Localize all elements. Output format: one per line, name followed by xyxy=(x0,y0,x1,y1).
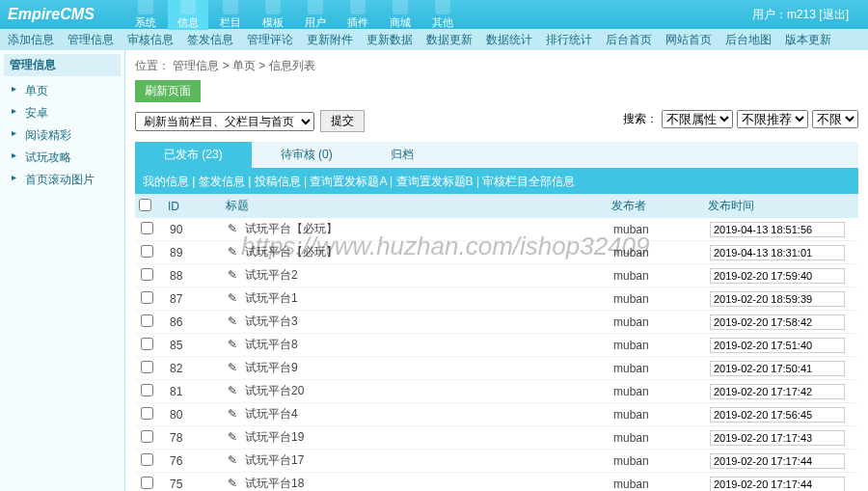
tab-pending[interactable]: 待审核 (0) xyxy=(252,142,362,168)
edit-icon[interactable] xyxy=(228,268,241,282)
tab-published[interactable]: 已发布 (23) xyxy=(135,142,252,168)
row-id: 78 xyxy=(164,426,222,450)
row-time-input[interactable] xyxy=(710,430,845,446)
row-time-input[interactable] xyxy=(710,361,845,376)
subnav-7[interactable]: 数据更新 xyxy=(426,32,473,48)
row-checkbox[interactable] xyxy=(141,407,153,420)
topnav-icon xyxy=(223,0,238,14)
row-checkbox[interactable] xyxy=(141,384,153,396)
topnav-3[interactable]: 模板 xyxy=(253,0,293,30)
subnav-11[interactable]: 网站首页 xyxy=(665,32,712,48)
sidebar-title: 管理信息 xyxy=(4,54,121,76)
row-checkbox[interactable] xyxy=(141,453,153,466)
col-author: 发布者 xyxy=(608,194,704,218)
topnav-1[interactable]: 信息 xyxy=(168,0,208,30)
search-rec-select[interactable]: 不限推荐 xyxy=(737,110,808,128)
linkbar-3[interactable]: 查询置发标题A xyxy=(310,175,386,188)
subnav-2[interactable]: 审核信息 xyxy=(127,32,174,48)
linkbar-0[interactable]: 我的信息 xyxy=(143,175,189,188)
topnav-5[interactable]: 插件 xyxy=(338,0,378,30)
row-checkbox[interactable] xyxy=(141,268,153,281)
subnav-3[interactable]: 签发信息 xyxy=(187,32,233,48)
topnav-6[interactable]: 商城 xyxy=(380,0,420,30)
linkbar-1[interactable]: 签发信息 xyxy=(199,175,245,188)
row-checkbox[interactable] xyxy=(141,477,153,489)
linkbar-2[interactable]: 投稿信息 xyxy=(255,175,301,188)
subnav-5[interactable]: 更新附件 xyxy=(307,32,353,48)
row-time-input[interactable] xyxy=(710,291,845,307)
edit-icon[interactable] xyxy=(228,222,241,235)
edit-icon[interactable] xyxy=(228,314,241,328)
row-time-input[interactable] xyxy=(710,222,845,237)
row-time-input[interactable] xyxy=(710,477,845,492)
subnav-4[interactable]: 管理评论 xyxy=(247,32,293,48)
row-title[interactable]: 试玩平台20 xyxy=(245,384,304,397)
subnav-9[interactable]: 排行统计 xyxy=(546,32,592,48)
search-limit-select[interactable]: 不限 xyxy=(812,110,858,128)
row-time-input[interactable] xyxy=(710,338,845,353)
row-title[interactable]: 试玩平台8 xyxy=(245,338,298,351)
row-checkbox[interactable] xyxy=(141,291,153,304)
sidebar-item-4[interactable]: 首页滚动图片 xyxy=(12,169,121,191)
row-time-input[interactable] xyxy=(710,314,845,330)
subnav-12[interactable]: 后台地图 xyxy=(725,32,772,48)
sidebar-item-1[interactable]: 安卓 xyxy=(12,102,121,124)
subnav-8[interactable]: 数据统计 xyxy=(486,32,532,48)
subnav-1[interactable]: 管理信息 xyxy=(68,32,114,48)
sidebar-item-0[interactable]: 单页 xyxy=(12,80,121,102)
row-time-input[interactable] xyxy=(710,384,845,399)
edit-icon[interactable] xyxy=(228,291,241,305)
row-checkbox[interactable] xyxy=(141,361,153,373)
sidebar-item-2[interactable]: 阅读精彩 xyxy=(12,124,121,147)
linkbar-5[interactable]: 审核栏目全部信息 xyxy=(482,175,575,188)
refresh-button[interactable]: 刷新页面 xyxy=(135,80,201,102)
row-time-input[interactable] xyxy=(710,245,845,260)
row-author: muban xyxy=(608,218,704,241)
search-attr-select[interactable]: 不限属性 xyxy=(662,110,733,128)
topnav-0[interactable]: 系统 xyxy=(125,0,166,30)
row-checkbox[interactable] xyxy=(141,222,153,234)
row-checkbox[interactable] xyxy=(141,245,153,258)
row-time-input[interactable] xyxy=(710,407,845,423)
row-id: 86 xyxy=(164,311,222,334)
tab-trash[interactable]: 归档 xyxy=(362,142,443,168)
logout-link[interactable]: [退出] xyxy=(819,8,849,21)
subnav-10[interactable]: 后台首页 xyxy=(606,32,652,48)
row-title[interactable]: 试玩平台【必玩】 xyxy=(245,222,338,235)
sidebar-item-3[interactable]: 试玩攻略 xyxy=(12,147,121,169)
row-title[interactable]: 试玩平台3 xyxy=(245,314,298,328)
edit-icon[interactable] xyxy=(228,361,241,374)
row-time-input[interactable] xyxy=(710,268,845,284)
row-title[interactable]: 试玩平台9 xyxy=(245,361,298,374)
subnav-6[interactable]: 更新数据 xyxy=(366,32,413,48)
filter-select[interactable]: 刷新当前栏目、父栏目与首页 xyxy=(135,112,314,131)
row-title[interactable]: 试玩平台2 xyxy=(245,268,298,282)
edit-icon[interactable] xyxy=(228,384,241,397)
edit-icon[interactable] xyxy=(228,338,241,351)
row-checkbox[interactable] xyxy=(141,430,153,443)
edit-icon[interactable] xyxy=(228,430,241,444)
subnav-13[interactable]: 版本更新 xyxy=(785,32,831,48)
topnav-2[interactable]: 栏目 xyxy=(210,0,251,30)
topnav-4[interactable]: 用户 xyxy=(295,0,336,30)
row-checkbox[interactable] xyxy=(141,314,153,327)
row-time-input[interactable] xyxy=(710,453,845,469)
row-title[interactable]: 试玩平台18 xyxy=(245,477,304,490)
row-title[interactable]: 试玩平台1 xyxy=(245,291,298,305)
row-title[interactable]: 试玩平台17 xyxy=(245,453,304,467)
topnav-icon xyxy=(393,0,408,14)
edit-icon[interactable] xyxy=(228,477,241,490)
edit-icon[interactable] xyxy=(228,453,241,467)
topnav-7[interactable]: 其他 xyxy=(422,0,463,30)
user-info: 用户：m213 [退出] xyxy=(752,7,868,23)
linkbar-4[interactable]: 查询置发标题B xyxy=(396,175,474,188)
row-title[interactable]: 试玩平台4 xyxy=(245,407,298,421)
subnav-0[interactable]: 添加信息 xyxy=(8,32,54,48)
row-title[interactable]: 试玩平台19 xyxy=(245,430,304,444)
select-all-checkbox[interactable] xyxy=(139,199,151,211)
row-title[interactable]: 试玩平台【必玩】 xyxy=(245,245,338,259)
edit-icon[interactable] xyxy=(228,407,241,421)
edit-icon[interactable] xyxy=(228,245,241,259)
row-checkbox[interactable] xyxy=(141,338,153,350)
submit-button[interactable]: 提交 xyxy=(320,110,365,132)
